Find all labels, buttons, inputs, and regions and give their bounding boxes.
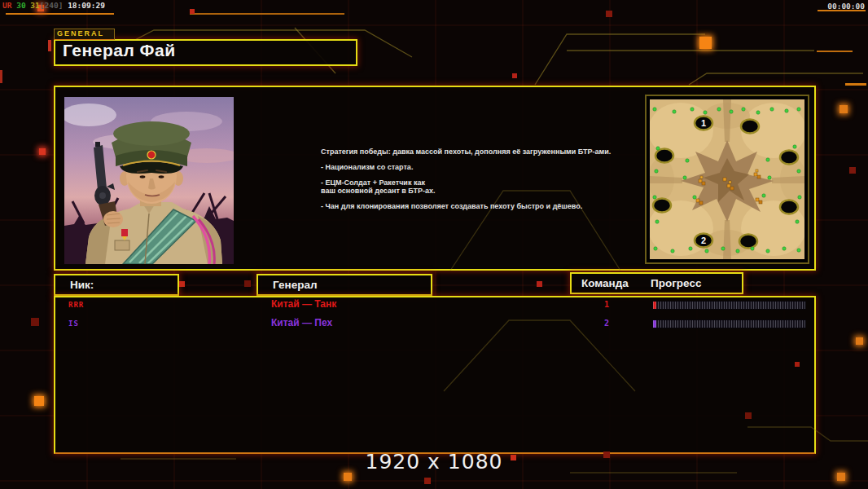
decor-square	[31, 318, 39, 326]
decor-square	[179, 281, 185, 287]
deco-line	[190, 13, 344, 15]
general-portrait	[64, 97, 234, 264]
status-segment: [240]	[40, 1, 64, 10]
decor-square	[537, 281, 542, 287]
decor-square	[34, 396, 44, 406]
nick-header-label: Ник:	[70, 275, 94, 294]
progress-header-label: Прогресс	[651, 274, 701, 293]
column-header-nick: Ник:	[54, 274, 179, 296]
decor-square	[745, 412, 752, 419]
status-segment: UR	[2, 1, 11, 10]
briefing-line: ваш основной десант в БТР-ах.	[321, 187, 647, 195]
minimap-frame: 1 2	[645, 95, 809, 264]
player-general-1: Китай — Танк	[271, 298, 336, 310]
column-header-general: Генерал	[256, 274, 432, 296]
deco-line	[6, 13, 114, 15]
briefing-line	[321, 195, 647, 202]
briefing-line	[321, 156, 647, 163]
player-progress-bar-2	[652, 319, 806, 328]
player-nick-1: RRR	[68, 301, 84, 309]
player-nick-2: IS	[68, 319, 79, 328]
decor-square	[190, 9, 195, 14]
decor-square	[840, 105, 848, 113]
decor-square	[837, 473, 845, 481]
match-timer: 00:00:00	[827, 2, 865, 11]
decor-square	[795, 362, 800, 367]
player-team-1: 1	[600, 300, 613, 309]
decor-square	[512, 73, 517, 78]
decor-square	[606, 11, 612, 17]
briefing-line: - Чан для клонирования позволяет создава…	[321, 202, 647, 210]
briefing-line: - Национализм со старта.	[321, 163, 647, 171]
decor-square	[0, 70, 2, 83]
general-header-label: Генерал	[273, 275, 317, 294]
decor-square	[849, 167, 856, 174]
strategy-briefing: Стратегия победы: давка массой пехоты, д…	[321, 148, 647, 210]
decor-square	[344, 473, 352, 481]
loading-screen: UR 30 31[240] 18:09:29 00:00:00 GENERAL …	[0, 0, 868, 489]
general-title-box: Генерал Фай	[54, 39, 357, 66]
minimap: 1 2	[650, 99, 804, 259]
briefing-line: Стратегия победы: давка массой пехоты, д…	[321, 148, 647, 156]
column-header-team-progress: Команда Прогресс	[570, 272, 743, 294]
resolution-watermark: 1920 x 1080	[0, 450, 868, 474]
briefing-line	[321, 171, 647, 178]
page-title: Генерал Фай	[63, 41, 176, 60]
deco-line	[845, 83, 866, 86]
team-header-label: Команда	[581, 274, 629, 293]
player-progress-bar-1	[652, 301, 806, 310]
status-segment: 31	[26, 1, 40, 10]
decor-square	[424, 478, 431, 484]
progress-segments-1	[653, 302, 805, 309]
gentool-status-text: UR 30 31[240] 18:09:29	[2, 1, 105, 10]
decor-square	[48, 40, 51, 51]
decor-square	[699, 37, 712, 49]
status-segment: 18:09:29	[63, 1, 104, 10]
status-segment: 30	[11, 1, 25, 10]
decor-square	[39, 148, 46, 155]
deco-line	[817, 51, 853, 52]
general-portrait-image	[64, 97, 234, 264]
briefing-line: - ЕЦМ-Солдат + Ракетчик как	[321, 178, 647, 187]
decor-square	[856, 337, 863, 345]
start-marker-2: 2	[701, 236, 706, 245]
player-general-2: Китай — Пех	[271, 317, 332, 328]
decor-square	[244, 280, 251, 287]
general-tab-label: GENERAL	[54, 29, 115, 40]
start-marker-1: 1	[701, 118, 706, 128]
progress-segments-2	[653, 320, 805, 328]
player-team-2: 2	[600, 319, 613, 328]
